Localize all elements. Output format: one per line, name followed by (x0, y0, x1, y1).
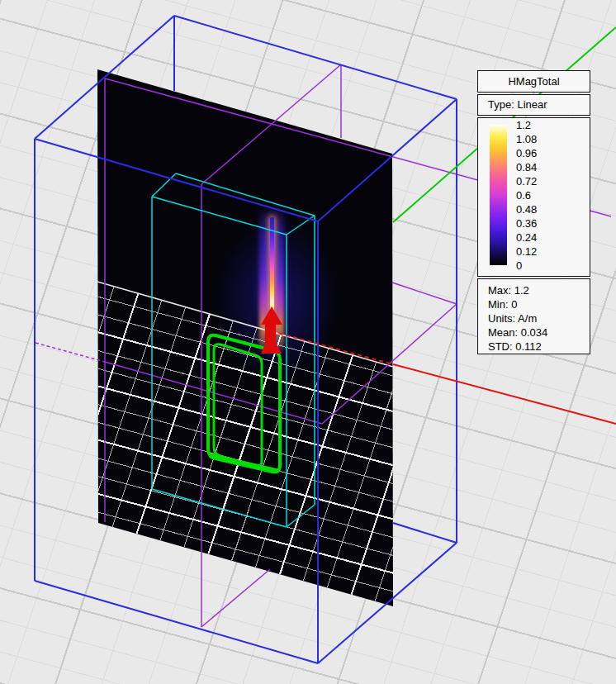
legend-color-scale: 1.21.080.960.840.720.60.480.360.240.120 (477, 117, 590, 277)
legend-scale-type: Type: Linear (477, 94, 590, 116)
grid-plane-intersection-line (97, 282, 393, 367)
colorbar-tick-label: 0.84 (516, 160, 537, 174)
statistic-line: Max: 1.2 (488, 283, 590, 297)
loop-antenna (208, 335, 280, 473)
statistic-line: STD: 0.112 (488, 340, 590, 354)
colorbar (490, 125, 507, 265)
colorbar-tick-label: 0.96 (516, 146, 537, 160)
colorbar-tick-label: 0.24 (516, 230, 537, 245)
colorbar-tick-label: 0 (516, 259, 537, 273)
region-box-wireframe (35, 16, 457, 663)
colorbar-tick-label: 1.08 (516, 132, 537, 146)
statistic-line: Min: 0 (488, 297, 590, 311)
legend-title: HMagTotal (477, 70, 590, 93)
legend-statistics: Max: 1.2Min: 0Units: A/mMean: 0.034STD: … (477, 278, 590, 354)
colorbar-tick-label: 0.6 (516, 188, 537, 202)
colorbar-tick-label: 1.2 (516, 118, 537, 132)
colorbar-tick-label: 0.48 (516, 202, 537, 216)
statistic-line: Mean: 0.034 (488, 325, 590, 340)
colorbar-tick-label: 0.36 (516, 216, 537, 230)
colorbar-tick-label: 0.12 (516, 245, 537, 259)
colorbar-tick-label: 0.72 (516, 174, 537, 188)
colorbar-tick-labels: 1.21.080.960.840.720.60.480.360.240.120 (516, 118, 537, 273)
3d-modeler-viewport[interactable]: HMagTotal Type: Linear 1.21.080.960.840.… (0, 0, 616, 684)
statistic-line: Units: A/m (488, 311, 590, 325)
inner-box-wireframe (152, 173, 315, 527)
